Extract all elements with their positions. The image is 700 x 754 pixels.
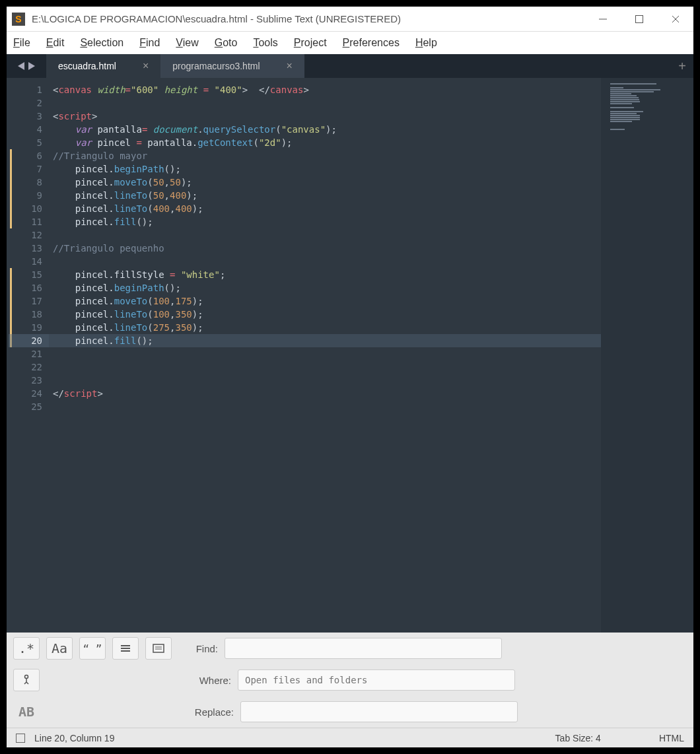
app-window: S E:\LOGICA DE PROGRAMACION\escuadra.htm… bbox=[7, 7, 693, 747]
tab-label: programacurso3.html bbox=[172, 61, 260, 71]
find-input[interactable] bbox=[225, 638, 502, 659]
where-input[interactable] bbox=[238, 669, 515, 691]
tab-label: escuadra.html bbox=[58, 61, 116, 71]
case-sensitive-toggle[interactable]: Aa bbox=[46, 637, 73, 660]
tab-size-button[interactable]: Tab Size: 4 bbox=[555, 733, 601, 743]
svg-point-12 bbox=[25, 675, 28, 679]
use-buffer-toggle[interactable] bbox=[13, 669, 40, 691]
menu-find[interactable]: Find bbox=[139, 37, 160, 49]
svg-rect-9 bbox=[153, 644, 164, 652]
window-controls bbox=[584, 7, 693, 31]
cursor-position: Line 20, Column 19 bbox=[34, 733, 114, 743]
tab-programacurso3-html[interactable]: programacurso3.html× bbox=[160, 54, 304, 78]
menu-project[interactable]: Project bbox=[294, 37, 327, 49]
code-editor[interactable]: <canvas width="600" height = "400"> </ca… bbox=[49, 78, 601, 633]
wrap-toggle[interactable] bbox=[112, 637, 139, 660]
close-icon[interactable]: × bbox=[287, 60, 293, 72]
svg-rect-1 bbox=[635, 15, 643, 22]
context-toggle[interactable] bbox=[145, 637, 172, 660]
find-replace-panel: .* Aa “ ” Find: Where: AB Replace: bbox=[7, 633, 693, 728]
tab-nav-arrows[interactable] bbox=[7, 54, 46, 78]
new-tab-button[interactable]: + bbox=[671, 54, 693, 78]
find-label: Find: bbox=[178, 643, 218, 654]
tab-escuadra-html[interactable]: escuadra.html× bbox=[46, 54, 160, 78]
status-bar: Line 20, Column 19 Tab Size: 4 HTML bbox=[7, 728, 693, 747]
line-gutter[interactable]: 1234567891011121314151617181920212223242… bbox=[7, 78, 49, 633]
replace-input[interactable] bbox=[240, 701, 518, 722]
svg-marker-4 bbox=[18, 62, 24, 70]
menu-tools[interactable]: Tools bbox=[253, 37, 277, 49]
app-body: escuadra.html×programacurso3.html× + 123… bbox=[7, 54, 693, 747]
titlebar: S E:\LOGICA DE PROGRAMACION\escuadra.htm… bbox=[7, 7, 693, 32]
menu-edit[interactable]: Edit bbox=[46, 37, 65, 49]
close-button[interactable] bbox=[657, 7, 693, 31]
panel-switcher-icon[interactable] bbox=[16, 734, 25, 743]
minimize-button[interactable] bbox=[584, 7, 621, 31]
menu-goto[interactable]: Goto bbox=[215, 37, 238, 49]
close-icon[interactable]: × bbox=[143, 60, 149, 72]
tab-gap bbox=[304, 54, 671, 78]
syntax-button[interactable]: HTML bbox=[659, 733, 684, 743]
menu-file[interactable]: File bbox=[13, 37, 30, 49]
svg-marker-5 bbox=[28, 62, 35, 70]
preserve-case-toggle[interactable]: AB bbox=[13, 701, 40, 723]
where-label: Where: bbox=[46, 675, 231, 686]
editor-area: 1234567891011121314151617181920212223242… bbox=[7, 78, 693, 633]
menu-view[interactable]: View bbox=[176, 37, 198, 49]
window-title: E:\LOGICA DE PROGRAMACION\escuadra.html … bbox=[32, 13, 584, 24]
menu-selection[interactable]: Selection bbox=[80, 37, 123, 49]
menubar: FileEditSelectionFindViewGotoToolsProjec… bbox=[7, 32, 693, 54]
minimap[interactable] bbox=[601, 78, 693, 633]
whole-word-toggle[interactable]: “ ” bbox=[79, 637, 106, 660]
tab-bar: escuadra.html×programacurso3.html× + bbox=[7, 54, 693, 78]
regex-toggle[interactable]: .* bbox=[13, 637, 40, 660]
maximize-button[interactable] bbox=[621, 7, 657, 31]
menu-preferences[interactable]: Preferences bbox=[343, 37, 400, 49]
sublime-logo-icon: S bbox=[12, 13, 25, 26]
replace-label: Replace: bbox=[46, 706, 234, 718]
menu-help[interactable]: Help bbox=[415, 37, 437, 49]
